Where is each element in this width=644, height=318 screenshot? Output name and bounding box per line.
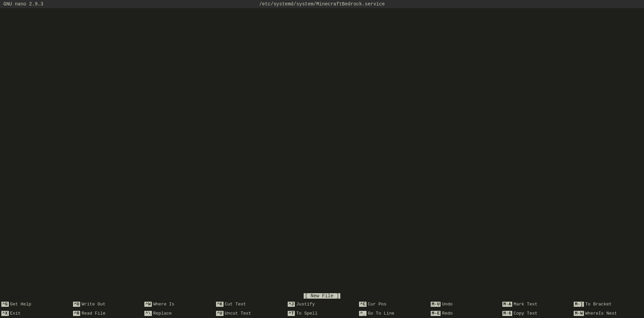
shortcut-bar: ^GGet Help^OWrite Out^WWhere Is^KCut Tex…	[0, 300, 644, 318]
shortcut-key: ^T	[288, 311, 295, 316]
shortcut-item[interactable]: M-ERedo	[429, 311, 501, 316]
shortcut-key: ^R	[73, 311, 80, 316]
shortcut-label: Copy Text	[514, 311, 537, 316]
shortcut-key: ^C	[359, 302, 366, 307]
shortcut-item[interactable]: ^\Replace	[143, 311, 215, 316]
shortcut-label: Go To Line	[368, 311, 394, 316]
shortcut-key: M-A	[502, 302, 512, 307]
shortcut-key: ^W	[144, 302, 152, 307]
shortcut-item[interactable]: ^_Go To Line	[358, 311, 429, 316]
shortcut-label: Mark Text	[514, 302, 537, 307]
shortcut-item[interactable]: ^TTo Spell	[286, 311, 358, 316]
shortcut-item[interactable]: M-AMark Text	[501, 301, 573, 307]
shortcut-label: Get Help	[10, 302, 31, 307]
shortcut-key: ^O	[73, 302, 80, 307]
shortcut-label: Undo	[442, 302, 452, 307]
shortcut-item[interactable]: ^GGet Help	[0, 301, 72, 307]
shortcut-label: Cut Text	[225, 302, 246, 307]
shortcut-key: M-U	[431, 302, 441, 307]
shortcut-label: Read File	[82, 311, 105, 316]
shortcut-item[interactable]: ^XExit	[0, 311, 72, 316]
shortcut-label: Replace	[153, 311, 172, 316]
shortcut-item[interactable]: ^KCut Text	[215, 301, 286, 307]
app-name: GNU nano 2.9.3	[3, 1, 43, 7]
shortcut-label: Uncut Text	[225, 311, 251, 316]
shortcut-key: M-W	[574, 311, 584, 316]
status-bar: [ New File ]	[0, 292, 644, 300]
title-bar: GNU nano 2.9.3 /etc/systemd/system/Minec…	[0, 0, 644, 8]
shortcut-item[interactable]: ^RRead File	[72, 311, 143, 316]
shortcut-label: WhereIs Next	[585, 311, 617, 316]
shortcut-key: M-]	[574, 302, 584, 307]
file-path: /etc/systemd/system/MinecraftBedrock.ser…	[259, 1, 385, 7]
shortcut-label: Cur Pos	[368, 302, 387, 307]
shortcut-key: ^X	[1, 311, 9, 316]
shortcut-item[interactable]: M-]To Bracket	[572, 301, 644, 307]
shortcut-label: Write Out	[82, 302, 105, 307]
shortcut-item[interactable]: ^WWhere Is	[143, 301, 215, 307]
shortcut-label: Justify	[296, 302, 315, 307]
editor-area[interactable]	[0, 8, 644, 292]
shortcut-row-2: ^XExit^RRead File^\Replace^UUncut Text^T…	[0, 309, 644, 318]
shortcut-key: ^_	[359, 311, 366, 316]
shortcut-item[interactable]: M-UUndo	[429, 301, 501, 307]
shortcut-item[interactable]: M-6Copy Text	[501, 311, 573, 316]
shortcut-key: ^K	[216, 302, 223, 307]
shortcut-item[interactable]: ^OWrite Out	[72, 301, 143, 307]
shortcut-key: ^U	[216, 311, 223, 316]
shortcut-label: To Bracket	[585, 302, 612, 307]
shortcut-item[interactable]: M-WWhereIs Next	[572, 311, 644, 316]
new-file-badge: [ New File ]	[304, 293, 341, 299]
shortcut-key: ^J	[288, 302, 295, 307]
shortcut-key: ^\	[144, 311, 152, 316]
shortcut-label: Exit	[10, 311, 21, 316]
shortcut-row-1: ^GGet Help^OWrite Out^WWhere Is^KCut Tex…	[0, 300, 644, 309]
shortcut-item[interactable]: ^CCur Pos	[358, 301, 429, 307]
shortcut-key: M-E	[431, 311, 441, 316]
shortcut-label: To Spell	[296, 311, 317, 316]
shortcut-key: ^G	[1, 302, 9, 307]
shortcut-item[interactable]: ^UUncut Text	[215, 311, 286, 316]
shortcut-item[interactable]: ^JJustify	[286, 301, 358, 307]
shortcut-label: Redo	[442, 311, 452, 316]
shortcut-key: M-6	[502, 311, 512, 316]
shortcut-label: Where Is	[153, 302, 174, 307]
